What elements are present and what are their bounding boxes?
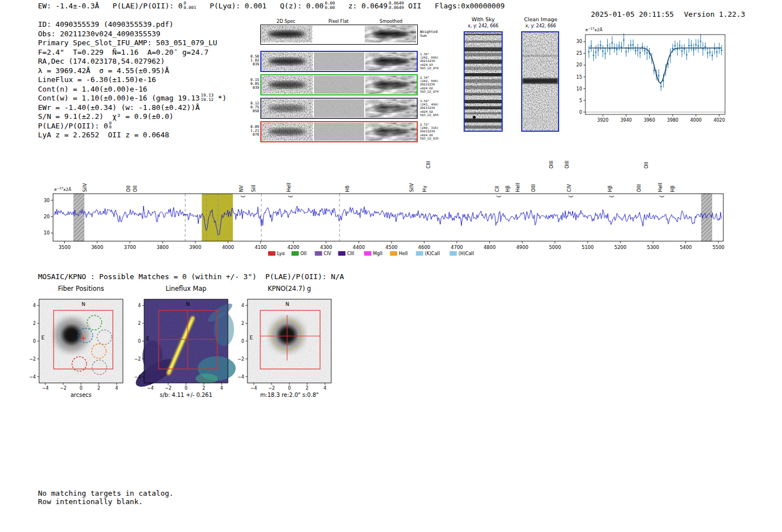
fiber-id-labels: 2.72"(240, 316)20211230v024_02503_LU_035 xyxy=(420,123,452,140)
fiber-weight-labels: 0.091.21078 xyxy=(249,125,259,137)
svg-text:3500: 3500 xyxy=(59,245,71,250)
kpno-title: KPNO(24.7) g xyxy=(247,285,331,293)
spec2d-cell-smoothed xyxy=(365,26,416,42)
fiber-weight-labels: 0.120.75058 xyxy=(249,102,259,113)
svg-text:0: 0 xyxy=(33,339,36,344)
legend-entry: Lyα xyxy=(277,251,285,256)
spec2d-cell-flat xyxy=(314,76,364,94)
withsky-panel xyxy=(464,31,503,132)
legend-swatch xyxy=(268,251,275,256)
legend-entry: (H)CaII xyxy=(459,251,474,256)
spectral-line-label: CIV xyxy=(566,184,572,192)
spec2d-cell-flat xyxy=(313,26,364,42)
header-stat: Flags:0x00000009 xyxy=(435,2,504,10)
spec2d-cell-flat xyxy=(314,99,364,117)
line-fit-plot: 392039403960398040004020051015202530e−17… xyxy=(570,22,743,128)
info-line: F=2.4" T=0.229 N̄=1.16 A=0.20̄ g=24.7 xyxy=(38,48,227,57)
spectral-line-label: SiIV xyxy=(82,183,88,192)
info-line: Cont(n) = 1.40(±0.00)e-16 xyxy=(38,85,227,94)
svg-text:4800: 4800 xyxy=(484,245,496,250)
elixer-report: EW: -1.4±-0.3ÅP(LAE)/P(OII): 000.001P(Ly… xyxy=(0,0,782,532)
spectral-line-label: CII xyxy=(494,186,500,192)
spec2d-row xyxy=(260,51,418,72)
spectral-line-label: NV xyxy=(239,185,244,192)
fiber-positions-title: Fiber Positions xyxy=(39,285,123,293)
spec2d-cell-2d xyxy=(261,76,313,94)
svg-text:20: 20 xyxy=(44,214,50,219)
svg-text:5000: 5000 xyxy=(549,245,561,250)
svg-text:2: 2 xyxy=(33,321,36,326)
svg-text:0: 0 xyxy=(579,110,582,115)
legend-swatch xyxy=(450,251,457,256)
svg-text:5500: 5500 xyxy=(712,245,724,250)
legend-entry: OII xyxy=(301,251,307,256)
svg-text:−4: −4 xyxy=(29,375,36,380)
svg-text:4400: 4400 xyxy=(352,245,365,250)
col-title-2dspec: 2D Spec xyxy=(266,19,306,24)
svg-text:5400: 5400 xyxy=(680,245,692,250)
north-label: N xyxy=(186,301,190,307)
lineflux-map-cutout: N E −4−4−2−2002244 xyxy=(122,295,239,399)
header-stat: EW: -1.4±-0.3Å xyxy=(38,2,99,10)
col-title-pixelflat: Pixel Flat xyxy=(319,19,358,24)
north-label: N xyxy=(285,301,289,307)
mosaic-header: MOSAIC/KPNO : Possible Matches = 0 (with… xyxy=(38,272,344,281)
svg-text:15: 15 xyxy=(576,75,582,80)
svg-text:5: 5 xyxy=(579,98,582,103)
line-group-brace: { xyxy=(609,195,614,198)
stacked-value: 00.001 xyxy=(184,1,197,9)
svg-text:4700: 4700 xyxy=(451,245,463,250)
lineflux-map-title: Lineflux Map xyxy=(144,285,228,293)
spec2d-row xyxy=(260,25,418,45)
spec2d-cell-2d xyxy=(261,26,312,42)
spec2d-cell-smoothed xyxy=(365,76,417,94)
svg-text:−4: −4 xyxy=(250,386,257,391)
spec2d-cell-flat xyxy=(314,123,364,141)
legend-swatch xyxy=(364,251,371,256)
svg-text:0: 0 xyxy=(79,386,82,391)
spec2d-cell-smoothed xyxy=(365,52,417,70)
svg-text:3900: 3900 xyxy=(189,245,202,250)
svg-text:30: 30 xyxy=(576,39,582,44)
svg-text:2: 2 xyxy=(241,321,244,326)
stacked-value: 19.1319.12 xyxy=(201,93,214,102)
legend-entry: MgII xyxy=(373,251,383,256)
spec2d-cell-2d xyxy=(261,99,313,117)
header-stat: Q(z): 0.000.000.00 xyxy=(280,2,335,10)
spectral-line-label: CIII xyxy=(426,161,431,169)
svg-text:4000: 4000 xyxy=(222,245,234,250)
svg-text:4000: 4000 xyxy=(690,118,702,123)
footer-note-1: No matching targets in catalog. xyxy=(38,489,174,497)
svg-text:20: 20 xyxy=(576,63,582,68)
spectral-line-label: HeII xyxy=(515,183,521,192)
svg-text:4100: 4100 xyxy=(255,245,267,250)
info-line: Cont(w) = 1.10(±0.00)e-16 (gmag 19.1319.… xyxy=(38,94,227,103)
fiber-id-labels: 2.34"(242, 666)20211230v024_02503_LU_074 xyxy=(420,76,452,93)
svg-text:3920: 3920 xyxy=(597,118,608,123)
svg-text:−4: −4 xyxy=(237,375,244,380)
north-label: N xyxy=(82,301,85,307)
spectral-line-label: HeII xyxy=(286,183,292,192)
report-datetime: 2025-01-05 20:11:55 xyxy=(591,10,674,18)
info-line: ID: 4090355539 (4090355539.pdf) xyxy=(38,20,227,30)
svg-text:3700: 3700 xyxy=(124,245,136,250)
source-blob xyxy=(63,326,80,344)
cleanimage-title: Clean Image xyxy=(516,16,566,22)
spectral-line-label: SiIV xyxy=(409,183,414,192)
flux-units-label: e−17x2Å xyxy=(54,186,71,192)
fiber-id-labels: WeightedSum xyxy=(420,30,452,38)
fiber-weight-labels: 0.501.82039 xyxy=(249,55,259,66)
svg-text:25: 25 xyxy=(576,51,582,56)
svg-text:−2: −2 xyxy=(60,386,66,391)
stacked-value: 00 xyxy=(109,121,112,130)
svg-text:30: 30 xyxy=(44,198,50,203)
svg-text:−4: −4 xyxy=(134,375,141,380)
svg-text:5100: 5100 xyxy=(581,245,594,250)
kpno-xlabel: m:18.3 re:2.0" s:0.8" xyxy=(239,392,340,398)
info-line: λ = 3969.42Å σ = 4.55(±0.95)Å xyxy=(38,66,227,76)
flux-units-label: e−17x2Å xyxy=(585,27,603,32)
svg-text:10: 10 xyxy=(44,230,50,236)
spectral-line-label: SiII xyxy=(251,185,256,192)
svg-text:4: 4 xyxy=(323,386,326,391)
legend-swatch xyxy=(416,251,423,256)
